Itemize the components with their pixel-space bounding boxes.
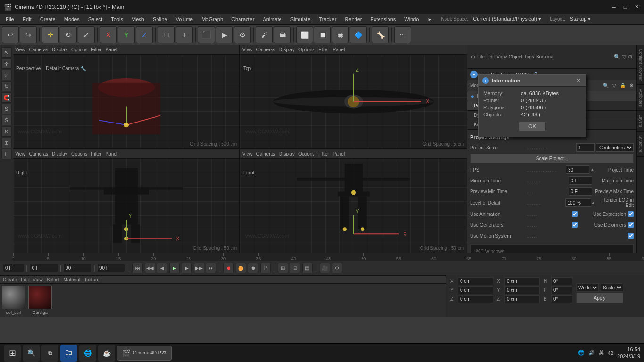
sidebar-rotate[interactable]: ↻ [1,81,12,91]
vtab-attributes[interactable]: Attributes [637,85,644,111]
obj-manager-view[interactable]: View [496,54,507,59]
menu-render[interactable]: Render [341,16,365,23]
info-close-button[interactable]: ✕ [575,77,582,84]
start-button[interactable]: ⊞ [4,345,21,362]
vp-right-cameras[interactable]: Cameras [29,151,49,156]
chrome-button[interactable]: 🌐 [79,345,96,362]
mat-material[interactable]: Material [64,277,81,282]
vp-front-options[interactable]: Options [298,151,314,156]
btn-keyframe-mode[interactable]: ⊞ [278,263,288,273]
use-expression-checkbox[interactable] [628,211,634,217]
tool-move[interactable]: ✛ [42,26,59,43]
vp-top-filter[interactable]: Filter [318,47,329,52]
b-rot-input[interactable] [551,295,572,303]
tool-box[interactable]: ⬛ [198,26,215,43]
attr-search-icon[interactable]: 🔍 [603,83,609,88]
vp-right-panel[interactable]: Panel [106,151,118,156]
preview-min-input[interactable] [569,187,592,196]
vp-cameras[interactable]: Cameras [29,47,49,52]
tray-lang[interactable]: 英 [599,349,604,356]
preview-frame-input[interactable] [97,264,125,272]
world-select[interactable]: World Local [576,283,599,292]
sidebar-scale[interactable]: ⤢ [1,70,12,80]
btn-settings2[interactable]: ⚙ [332,263,342,273]
tool-undo[interactable]: ↩ [2,26,19,43]
menu-extensions[interactable]: Extensions [366,16,399,23]
menu-character[interactable]: Character [228,16,258,23]
mat-select[interactable]: Select [47,277,60,282]
obj-manager-bookmarks[interactable]: Bookma [536,54,553,59]
btn-prev-frame[interactable]: ◀ [157,263,167,273]
z-pos-input[interactable] [458,295,493,303]
btn-timeline-mode[interactable]: ▤ [302,263,313,273]
tool-play[interactable]: ▶ [216,26,233,43]
attr-settings-icon[interactable]: ⚙ [629,83,634,88]
z-size-input[interactable] [504,295,540,303]
tool-axis-x[interactable]: X [100,26,117,43]
project-scale-unit-select[interactable]: Centimeters Meters Millimeters [596,143,634,152]
y-size-input[interactable] [504,286,540,294]
use-generators-checkbox[interactable] [572,222,578,228]
minimize-button[interactable]: ─ [610,3,618,11]
tool-brush[interactable]: 🖌 [256,26,273,43]
c4d-taskbar-app[interactable]: 🎬 Cinema 4D R23 [117,346,172,361]
vtab-layers[interactable]: Layers [637,111,644,132]
search-button[interactable]: 🔍 [23,345,40,362]
vp-right-display[interactable]: Display [52,151,67,156]
obj-manager-edit[interactable]: Edit [487,54,495,59]
btn-curve-mode[interactable]: ⊟ [290,263,300,273]
tool-terrain[interactable]: 🏔 [274,26,291,43]
menu-volume[interactable]: Volume [172,16,197,23]
sidebar-s1[interactable]: S [1,104,12,114]
material-item-cardiga[interactable]: Cardiga [28,286,52,315]
tray-network[interactable]: 🌐 [578,350,585,356]
x-pos-input[interactable] [458,277,493,285]
menu-tracker[interactable]: Tracker [315,16,340,23]
btn-play-loop[interactable]: P [260,263,271,273]
viewport-top[interactable]: View Cameras Display Options Filter Pane… [240,45,467,148]
close-button[interactable]: ✕ [633,3,640,11]
btn-to-end[interactable]: ⏭ [206,263,216,273]
vp-options[interactable]: Options [71,47,87,52]
tray-battery[interactable]: 42 [608,350,613,356]
mat-edit[interactable]: Edit [21,277,29,282]
tool-scale[interactable]: ⤢ [78,26,95,43]
tool-axis-y[interactable]: Y [118,26,135,43]
vp-view[interactable]: View [15,47,25,52]
use-deformers-checkbox[interactable] [628,222,634,228]
tool-boole[interactable]: ◉ [332,26,349,43]
taskview-button[interactable]: ⧉ [41,345,58,362]
vp-filter[interactable]: Filter [91,47,101,52]
vp-right-view[interactable]: View [15,151,25,156]
vp-front-panel[interactable]: Panel [333,151,345,156]
vp-top-cameras[interactable]: Cameras [256,47,276,52]
node-space-select[interactable]: Current (Standard/Physical) ▾ [469,15,545,23]
scale-select[interactable]: Scale Size [601,283,623,292]
p-rot-input[interactable] [551,286,572,294]
use-motion-checkbox[interactable] [628,233,634,239]
menu-select[interactable]: Select [84,16,107,23]
tool-redo[interactable]: ↪ [20,26,37,43]
vp-top-options[interactable]: Options [298,47,314,52]
obj-manager-tags[interactable]: Tags [524,54,534,59]
menu-mograph[interactable]: MoGraph [198,16,227,23]
tool-cloner[interactable]: 🔷 [350,26,367,43]
vp-top-display[interactable]: Display [279,47,295,52]
y-pos-input[interactable] [458,286,493,294]
lod-arrow[interactable]: ▲ [591,200,595,205]
tool-more[interactable]: ⋯ [394,26,411,43]
tool-settings[interactable]: ⚙ [234,26,251,43]
menu-more[interactable]: ► [423,16,436,23]
sidebar-axis[interactable]: ⊞ [1,138,12,148]
menu-tools[interactable]: Tools [107,16,127,23]
tool-rotate[interactable]: ↻ [60,26,77,43]
tray-volume[interactable]: 🔊 [588,350,595,356]
vp-display[interactable]: Display [52,47,67,52]
x-size-input[interactable] [504,277,540,285]
vtab-structure[interactable]: Structure [637,132,644,157]
mat-texture[interactable]: Texture [84,277,99,282]
obj-manager-search-icon[interactable]: 🔍 [614,54,620,60]
project-scale-input[interactable] [576,143,595,152]
vp-front-cameras[interactable]: Cameras [256,151,276,156]
vp-top-panel[interactable]: Panel [333,47,345,52]
